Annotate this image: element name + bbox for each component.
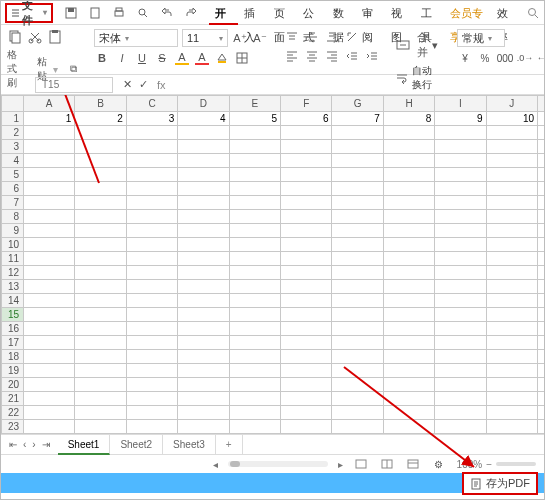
cell-E6[interactable] bbox=[229, 182, 280, 196]
cell-D17[interactable] bbox=[178, 336, 229, 350]
cell-I2[interactable] bbox=[435, 126, 486, 140]
font-name-select[interactable]: 宋体▾ bbox=[94, 29, 178, 47]
cell-F7[interactable] bbox=[281, 196, 332, 210]
cell-G16[interactable] bbox=[332, 322, 383, 336]
cell-G15[interactable] bbox=[332, 308, 383, 322]
cell-D14[interactable] bbox=[178, 294, 229, 308]
print-icon[interactable] bbox=[111, 5, 127, 21]
cell-F8[interactable] bbox=[281, 210, 332, 224]
cell-J8[interactable] bbox=[486, 210, 537, 224]
cell-H20[interactable] bbox=[383, 378, 434, 392]
cell-H2[interactable] bbox=[383, 126, 434, 140]
cell-F4[interactable] bbox=[281, 154, 332, 168]
cell-F17[interactable] bbox=[281, 336, 332, 350]
align-center-icon[interactable] bbox=[304, 48, 320, 64]
format-painter-button[interactable]: 格式刷 bbox=[7, 48, 25, 90]
cell-D20[interactable] bbox=[178, 378, 229, 392]
tab-start[interactable]: 开始 bbox=[209, 1, 238, 25]
cell-A1[interactable]: 1 bbox=[24, 112, 75, 126]
cell-C20[interactable] bbox=[126, 378, 177, 392]
row-header-6[interactable]: 6 bbox=[2, 182, 24, 196]
row-header-7[interactable]: 7 bbox=[2, 196, 24, 210]
cell-K23[interactable] bbox=[538, 420, 544, 434]
sheet-prev-icon[interactable]: ‹ bbox=[23, 439, 26, 450]
cell-C15[interactable] bbox=[126, 308, 177, 322]
cell-J6[interactable] bbox=[486, 182, 537, 196]
cell-I18[interactable] bbox=[435, 350, 486, 364]
cell-I13[interactable] bbox=[435, 280, 486, 294]
cell-K9[interactable] bbox=[538, 224, 544, 238]
col-header-J[interactable]: J bbox=[486, 96, 537, 112]
comma-icon[interactable]: 000 bbox=[497, 50, 513, 66]
cell-K14[interactable] bbox=[538, 294, 544, 308]
cell-A3[interactable] bbox=[24, 140, 75, 154]
cell-A15[interactable] bbox=[24, 308, 75, 322]
cell-F2[interactable] bbox=[281, 126, 332, 140]
cell-E5[interactable] bbox=[229, 168, 280, 182]
cell-B15[interactable] bbox=[75, 308, 126, 322]
cell-C16[interactable] bbox=[126, 322, 177, 336]
row-header-11[interactable]: 11 bbox=[2, 252, 24, 266]
cell-A16[interactable] bbox=[24, 322, 75, 336]
cell-D23[interactable] bbox=[178, 420, 229, 434]
fx-icon[interactable]: fx bbox=[157, 79, 166, 91]
cell-B18[interactable] bbox=[75, 350, 126, 364]
cell-J21[interactable] bbox=[486, 392, 537, 406]
cell-I12[interactable] bbox=[435, 266, 486, 280]
cell-A10[interactable] bbox=[24, 238, 75, 252]
cell-C23[interactable] bbox=[126, 420, 177, 434]
cell-I21[interactable] bbox=[435, 392, 486, 406]
col-header-F[interactable]: F bbox=[281, 96, 332, 112]
cell-H22[interactable] bbox=[383, 406, 434, 420]
cell-C18[interactable] bbox=[126, 350, 177, 364]
cell-D7[interactable] bbox=[178, 196, 229, 210]
view-reader-icon[interactable] bbox=[405, 456, 421, 472]
cell-E16[interactable] bbox=[229, 322, 280, 336]
fx-confirm-icon[interactable]: ✓ bbox=[135, 77, 151, 93]
strike-button[interactable]: S bbox=[154, 50, 170, 66]
cell-B23[interactable] bbox=[75, 420, 126, 434]
cell-B21[interactable] bbox=[75, 392, 126, 406]
cell-H14[interactable] bbox=[383, 294, 434, 308]
tab-view[interactable]: 视图 bbox=[385, 1, 414, 25]
font-size-select[interactable]: 11▾ bbox=[182, 29, 228, 47]
cell-A14[interactable] bbox=[24, 294, 75, 308]
cell-H13[interactable] bbox=[383, 280, 434, 294]
settings-icon[interactable]: ⚙ bbox=[431, 456, 447, 472]
cell-I14[interactable] bbox=[435, 294, 486, 308]
cell-J20[interactable] bbox=[486, 378, 537, 392]
cell-H10[interactable] bbox=[383, 238, 434, 252]
cell-A17[interactable] bbox=[24, 336, 75, 350]
cell-G22[interactable] bbox=[332, 406, 383, 420]
select-all-corner[interactable] bbox=[2, 96, 24, 112]
cell-B2[interactable] bbox=[75, 126, 126, 140]
cell-F18[interactable] bbox=[281, 350, 332, 364]
align-right-icon[interactable] bbox=[324, 48, 340, 64]
cell-I22[interactable] bbox=[435, 406, 486, 420]
cell-B20[interactable] bbox=[75, 378, 126, 392]
cell-H5[interactable] bbox=[383, 168, 434, 182]
cell-E12[interactable] bbox=[229, 266, 280, 280]
cell-B22[interactable] bbox=[75, 406, 126, 420]
cell-K3[interactable] bbox=[538, 140, 544, 154]
cell-E8[interactable] bbox=[229, 210, 280, 224]
col-header-H[interactable]: H bbox=[383, 96, 434, 112]
cell-A4[interactable] bbox=[24, 154, 75, 168]
sheet-tab-3[interactable]: Sheet3 bbox=[163, 435, 216, 455]
cell-B14[interactable] bbox=[75, 294, 126, 308]
cell-C4[interactable] bbox=[126, 154, 177, 168]
cell-C6[interactable] bbox=[126, 182, 177, 196]
cell-D19[interactable] bbox=[178, 364, 229, 378]
cell-E15[interactable] bbox=[229, 308, 280, 322]
cell-I11[interactable] bbox=[435, 252, 486, 266]
cell-E2[interactable] bbox=[229, 126, 280, 140]
formula-input[interactable] bbox=[172, 77, 544, 93]
cell-F15[interactable] bbox=[281, 308, 332, 322]
cell-B12[interactable] bbox=[75, 266, 126, 280]
cell-B3[interactable] bbox=[75, 140, 126, 154]
cell-K8[interactable] bbox=[538, 210, 544, 224]
cell-F10[interactable] bbox=[281, 238, 332, 252]
cell-C17[interactable] bbox=[126, 336, 177, 350]
cell-K18[interactable] bbox=[538, 350, 544, 364]
cell-D8[interactable] bbox=[178, 210, 229, 224]
